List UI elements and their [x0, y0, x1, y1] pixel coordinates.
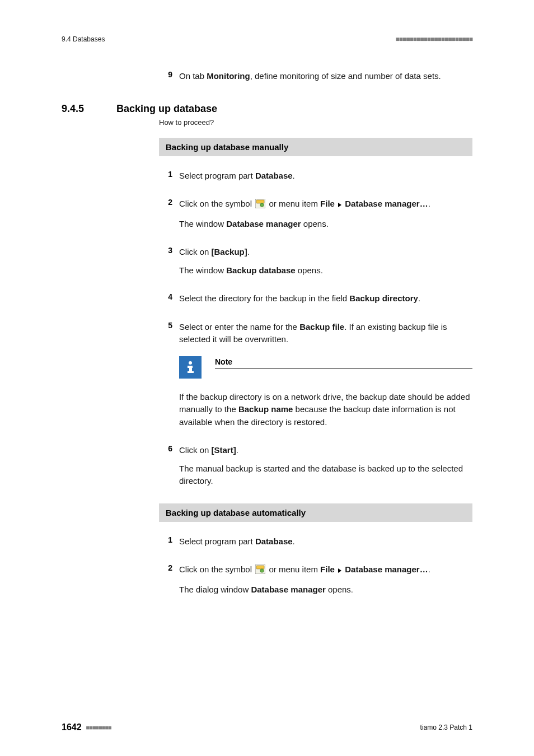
- svg-rect-7: [188, 371, 194, 373]
- step-number: 2: [159, 198, 172, 207]
- svg-point-2: [260, 203, 264, 207]
- info-icon: [179, 356, 202, 379]
- step-text: Click on the symbol or menu item File Da…: [179, 563, 472, 596]
- header-ticks: ■■■■■■■■■■■■■■■■■■■■■■: [396, 35, 472, 43]
- note-text: If the backup directory is on a network …: [179, 391, 472, 429]
- step-text: Select program part Database.: [179, 170, 472, 183]
- step-text: Click on [Start]. The manual backup is s…: [179, 444, 472, 488]
- database-manager-icon: [255, 564, 265, 578]
- menu-separator-icon: [337, 198, 343, 211]
- step-number: 9: [159, 70, 172, 79]
- section-title: Backing up database: [116, 103, 217, 115]
- step-text: Click on [Backup]. The window Backup dat…: [179, 246, 472, 277]
- footer-version: tiamo 2.3 Patch 1: [420, 724, 472, 731]
- menu-separator-icon: [337, 564, 343, 577]
- step-number: 1: [159, 535, 172, 544]
- svg-marker-11: [338, 568, 341, 573]
- header-breadcrumb: 9.4 Databases: [62, 35, 105, 43]
- section-number: 9.4.5: [62, 103, 95, 115]
- step-text: On tab Monitoring, define monitoring of …: [179, 70, 472, 83]
- svg-marker-3: [338, 203, 341, 207]
- subsection-bar-manual: Backing up database manually: [159, 138, 472, 156]
- step-text: Select program part Database.: [179, 535, 472, 548]
- section-subtitle: How to proceed?: [159, 118, 472, 127]
- step-text: Select the directory for the backup in t…: [179, 292, 472, 305]
- step-text: Select or enter the name for the Backup …: [179, 321, 472, 346]
- step-number: 6: [159, 444, 172, 453]
- step-text: Click on the symbol or menu item File Da…: [179, 198, 472, 230]
- note-title: Note: [215, 356, 472, 368]
- database-manager-icon: [255, 199, 265, 212]
- step-number: 4: [159, 292, 172, 301]
- svg-point-4: [189, 361, 192, 365]
- footer-ticks: ■■■■■■■■: [86, 724, 111, 731]
- svg-rect-9: [256, 566, 264, 569]
- step-number: 1: [159, 170, 172, 179]
- subsection-bar-auto: Backing up database automatically: [159, 503, 472, 522]
- svg-point-10: [260, 569, 264, 572]
- step-number: 2: [159, 563, 172, 572]
- step-number: 5: [159, 321, 172, 330]
- svg-rect-1: [256, 200, 264, 203]
- note-box: Note If the backup directory is on a net…: [179, 356, 472, 429]
- step-number: 3: [159, 246, 172, 255]
- page-number: 1642: [62, 722, 82, 732]
